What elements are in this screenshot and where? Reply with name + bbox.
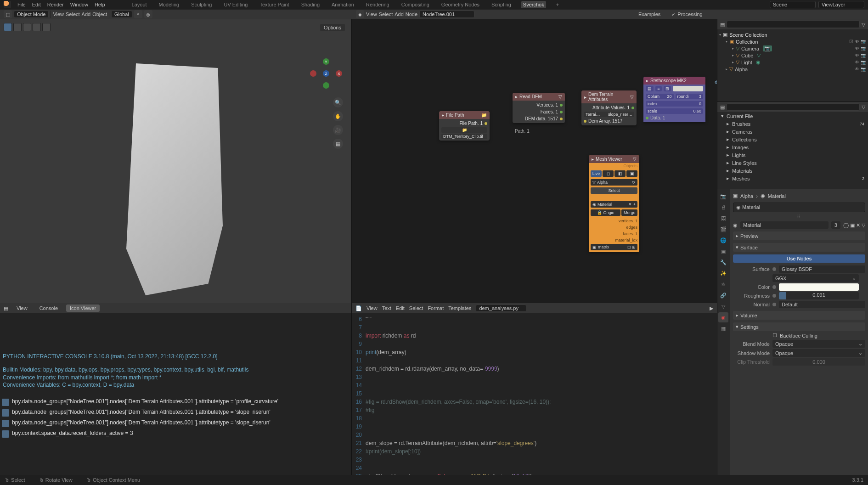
menu-file[interactable]: File <box>17 2 26 7</box>
blendfile-icon[interactable]: ▤ <box>720 104 725 110</box>
socket-demdata[interactable]: DEM data. 1517 <box>525 116 558 121</box>
workspace-tab-layout[interactable]: Layout <box>130 1 149 8</box>
node-read-dem[interactable]: ▸Read DEM▽ Vertices. 1 Faces. 1 DEM data… <box>513 93 565 123</box>
toolshelf-5[interactable] <box>42 23 51 31</box>
assets-linestyles[interactable]: Line Styles <box>732 160 757 166</box>
move-view-icon[interactable]: ✋ <box>333 111 343 121</box>
outliner-icon[interactable]: ▤ <box>720 22 725 28</box>
prop-tab-constraint[interactable]: 🔗 <box>718 290 728 300</box>
mesh-select-btn[interactable]: Select <box>591 187 637 194</box>
iconviewer-tab[interactable]: Icon Viewer <box>66 305 100 312</box>
normal-dropdown[interactable]: Default <box>782 302 798 307</box>
console-editor-icon[interactable]: ▤ <box>4 305 8 311</box>
prop-tab-material[interactable]: ◉ <box>718 312 728 322</box>
vh-object[interactable]: Object <box>92 11 107 17</box>
outliner-scene-collection[interactable]: Scene Collection <box>729 32 767 38</box>
workspace-tab-uv-editing[interactable]: UV Editing <box>222 1 249 8</box>
toolshelf-3[interactable] <box>23 23 31 31</box>
outliner-camera[interactable]: Camera <box>741 46 759 51</box>
node-file-path[interactable]: ▸File Path📁 File Path. 1 📁 DTM_Territory… <box>439 111 490 141</box>
shadow-mode-dropdown[interactable]: Opaque <box>775 350 793 356</box>
menu-window[interactable]: Window <box>70 2 88 7</box>
console-view[interactable]: View <box>13 305 31 312</box>
mesh-merge-btn[interactable]: Merge <box>624 210 636 215</box>
gizmo-z-icon[interactable]: Z <box>323 70 329 77</box>
toolshelf-cursor[interactable] <box>4 23 12 31</box>
gizmo-yneg-icon[interactable] <box>323 82 329 89</box>
nh-select[interactable]: Select <box>379 11 393 17</box>
nh-node[interactable]: Node <box>406 11 417 17</box>
outliner-search[interactable] <box>727 21 860 28</box>
node-editor[interactable]: ▸File Path📁 File Path. 1 📁 DTM_Territory… <box>352 19 717 303</box>
workspace-tab-scripting[interactable]: Scripting <box>490 1 513 8</box>
prop-tab-data[interactable]: ▽ <box>718 301 728 311</box>
3d-viewport[interactable]: Options Y Z X 🔍 ✋ 🎥 ▦ <box>0 19 351 303</box>
proportional-icon[interactable]: ◎ <box>144 10 152 18</box>
backface-culling-checkbox[interactable]: Backface Culling <box>780 333 817 338</box>
socket-mesh-edges[interactable]: edges <box>591 225 637 230</box>
prop-tab-particle[interactable]: ✨ <box>718 268 728 278</box>
outliner-light[interactable]: Light <box>741 60 752 65</box>
material-users[interactable]: 3 <box>831 221 840 229</box>
node-stethoscope[interactable]: ▸Stethoscope MK2 ▤ ≡ ⊞ Colum20 roundi3 i… <box>643 77 705 122</box>
workspace-tab-rendering[interactable]: Rendering <box>364 1 391 8</box>
th-view[interactable]: View <box>366 305 378 311</box>
workspace-tab-modeling[interactable]: Modeling <box>157 1 181 8</box>
roughness-slider[interactable]: 0.091 <box>779 292 859 299</box>
mesh-material-field[interactable]: Material <box>597 202 612 207</box>
prop-tab-modifier[interactable]: 🔧 <box>718 257 728 267</box>
blendfile-search[interactable] <box>727 103 860 111</box>
prop-tab-output[interactable]: 🖨 <box>718 202 728 212</box>
socket-faces[interactable]: Faces. 1 <box>541 109 558 114</box>
th-format[interactable]: Format <box>428 305 444 311</box>
breadcrumb-material[interactable]: Material <box>768 193 786 199</box>
workspace-tab-texture-paint[interactable]: Texture Paint <box>258 1 291 8</box>
socket-dem-array[interactable]: Dem Array. 1517 <box>588 118 622 124</box>
node-mesh-viewer[interactable]: ▸Mesh Viewer▽ Objects Live◻◧▣ ▽Alpha⟳ Se… <box>589 155 639 252</box>
mesh-origin-btn[interactable]: Origin <box>603 210 614 215</box>
menu-render[interactable]: Render <box>47 2 64 7</box>
viewport-options[interactable]: Options <box>320 24 345 31</box>
viewlayer-field[interactable]: ViewLayer <box>818 1 864 8</box>
steth-col-val[interactable]: 20 <box>667 94 671 99</box>
prop-tab-render[interactable]: 📷 <box>718 191 728 201</box>
console-prompt[interactable]: >>> <box>3 395 349 395</box>
workspace-tab-sculpting[interactable]: Sculpting <box>189 1 214 8</box>
panel-surface[interactable]: Surface <box>740 245 758 250</box>
vh-select[interactable]: Select <box>66 11 80 17</box>
socket-mesh-verts[interactable]: vertices. 1 <box>591 218 637 224</box>
mesh-alpha-field[interactable]: Alpha <box>597 180 608 185</box>
zoom-icon[interactable]: 🔍 <box>333 97 343 107</box>
breadcrumb-object[interactable]: Alpha <box>740 193 753 199</box>
editor-type-icon[interactable]: ⬚ <box>4 10 12 18</box>
th-templates[interactable]: Templates <box>448 305 471 311</box>
vh-add[interactable]: Add <box>82 11 91 17</box>
toolshelf-4[interactable] <box>33 23 41 31</box>
material-name-field[interactable]: Material <box>743 222 761 228</box>
socket-filepath-out[interactable]: File Path. 1 <box>459 121 483 126</box>
steth-round-val[interactable]: 3 <box>699 94 701 99</box>
use-nodes-button[interactable]: Use Nodes <box>733 254 865 263</box>
workspace-tab-animation[interactable]: Animation <box>330 1 356 8</box>
steth-index-val[interactable]: 0 <box>699 102 701 106</box>
outliner-filter-icon[interactable]: ▽ <box>862 22 865 28</box>
processing-toggle[interactable]: Processing <box>677 11 702 17</box>
assets-materials[interactable]: Materials <box>732 168 753 174</box>
assets-lights[interactable]: Lights <box>732 152 745 158</box>
surface-shader-dropdown[interactable]: Glossy BSDF <box>782 266 812 272</box>
menu-edit[interactable]: Edit <box>32 2 41 7</box>
socket-verts[interactable]: Vertices. 1 <box>536 102 558 107</box>
distribution-dropdown[interactable]: GGX <box>775 276 786 281</box>
node-dem-terrain[interactable]: ▸Dem Terrain Attributes▽ Attribute Value… <box>581 90 637 125</box>
gizmo-xneg-icon[interactable] <box>310 70 316 77</box>
node-editor-icon[interactable]: ◆ <box>356 10 364 18</box>
mesh-objects-out[interactable]: Objects <box>589 163 639 169</box>
assets-brushes[interactable]: Brushes <box>732 121 750 127</box>
console-tab[interactable]: Console <box>36 305 62 312</box>
steth-scale-val[interactable]: 0.60 <box>693 109 701 113</box>
examples-menu[interactable]: Examples <box>638 11 660 17</box>
text-editor-icon[interactable]: 📄 <box>355 305 362 311</box>
snap-icon[interactable]: ⌖ <box>134 10 142 18</box>
th-text[interactable]: Text <box>382 305 391 311</box>
assets-cameras[interactable]: Cameras <box>732 129 753 135</box>
